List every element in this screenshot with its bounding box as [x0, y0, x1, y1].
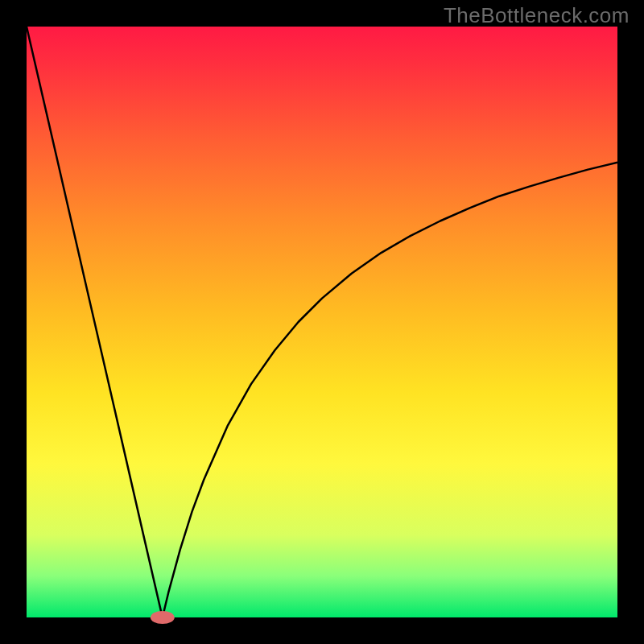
bottleneck-chart: [0, 0, 644, 644]
optimal-marker: [151, 611, 175, 624]
watermark-text: TheBottleneck.com: [444, 3, 630, 28]
plot-background: [27, 27, 617, 617]
chart-container: TheBottleneck.com: [0, 0, 644, 644]
